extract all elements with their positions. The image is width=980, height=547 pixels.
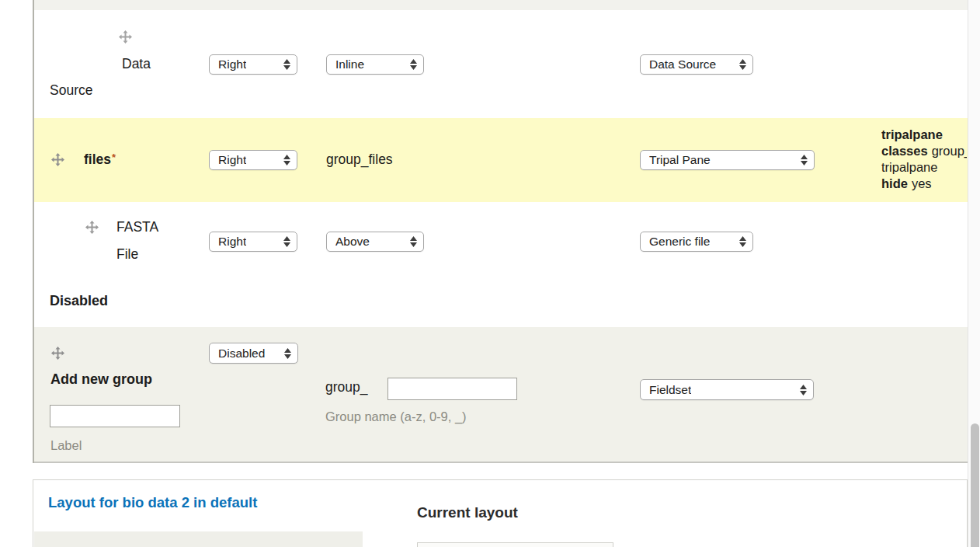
group-label-input[interactable] — [50, 405, 180, 427]
layout-region-box — [34, 531, 363, 547]
select-arrows-icon — [283, 155, 290, 165]
label-caption: Label — [50, 438, 82, 453]
field-label-line: File — [116, 246, 138, 262]
widget-select[interactable]: Data Source — [640, 54, 753, 75]
group-name-prefix: group_ — [325, 379, 368, 395]
group-name-caption: Group name (a-z, 0-9, _) — [325, 409, 467, 424]
drag-handle-icon[interactable] — [85, 221, 99, 234]
field-label: files* — [84, 152, 116, 167]
field-label-line: Data — [122, 56, 151, 71]
select-arrows-icon — [739, 236, 746, 247]
select-arrows-icon — [410, 59, 417, 70]
drag-handle-icon[interactable] — [119, 30, 132, 44]
widget-select[interactable]: Generic file — [640, 232, 753, 252]
field-label-line: FASTA — [116, 219, 158, 235]
layout-panel-heading[interactable]: Layout for bio data 2 in default — [48, 494, 257, 511]
label-position-select[interactable]: Right — [209, 150, 297, 170]
field-row-files: files* Right group_files Tripal Pane — [34, 118, 969, 202]
select-arrows-icon — [283, 236, 290, 247]
group-name-input[interactable] — [387, 378, 517, 400]
region-select[interactable]: Disabled — [209, 343, 298, 364]
format-select[interactable]: Inline — [326, 54, 424, 75]
select-arrows-icon — [739, 59, 746, 70]
label-position-select[interactable]: Right — [209, 54, 297, 75]
label-position-select[interactable]: Right — [209, 232, 297, 252]
select-arrows-icon — [284, 348, 291, 359]
group-format-summary: tripalpane classesgroup_files tripalpane… — [881, 127, 967, 193]
field-row-data-source: Data Source Right Inline Data Source — [34, 10, 969, 118]
disabled-region-heading: Disabled — [50, 293, 108, 309]
group-machine-name: group_files — [326, 152, 393, 167]
field-label-line: Source — [50, 82, 92, 98]
drag-handle-icon[interactable] — [51, 347, 64, 360]
required-marker: * — [112, 152, 116, 163]
vertical-scrollbar-thumb[interactable] — [971, 423, 979, 547]
previous-row-partial — [34, 0, 969, 10]
format-select[interactable]: Fieldset — [640, 379, 814, 400]
format-select[interactable]: Above — [326, 232, 424, 252]
field-display-table: Data Source Right Inline Data Source — [33, 0, 969, 463]
add-new-group-title: Add new group — [50, 371, 152, 388]
current-layout-preview-box — [417, 542, 613, 547]
select-arrows-icon — [410, 236, 417, 247]
select-arrows-icon — [283, 59, 290, 70]
select-arrows-icon — [800, 385, 807, 395]
widget-select[interactable]: Tripal Pane — [640, 150, 815, 170]
drag-handle-icon[interactable] — [51, 153, 64, 166]
current-layout-heading: Current layout — [417, 504, 518, 521]
field-row-fasta-file: FASTA File Right Above Generic file Disa… — [34, 202, 969, 327]
add-new-group-row: Disabled Add new group Label group_ Grou… — [34, 327, 969, 463]
select-arrows-icon — [801, 155, 808, 165]
